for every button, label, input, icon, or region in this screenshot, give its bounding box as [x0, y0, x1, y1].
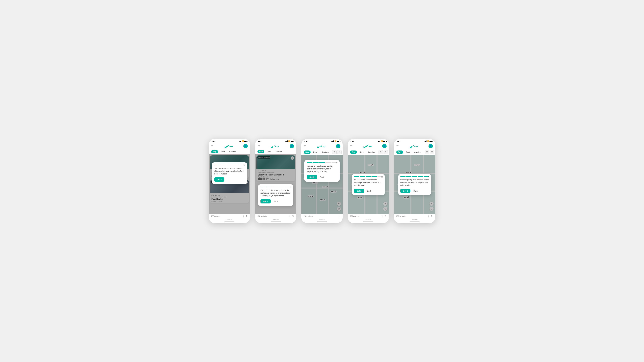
- filter-icon-1[interactable]: ⋮: [242, 215, 244, 218]
- progress-bar-1: [214, 165, 245, 165]
- tooltip-overlay-5: ✕ Please specify your location on the ma…: [394, 155, 435, 214]
- progress-step-5-4: [418, 176, 423, 177]
- progress-step-3-2: [313, 162, 319, 163]
- tab-buy-1[interactable]: Buy: [211, 150, 218, 153]
- phone-1: 9:41 📶 ☰ سكني 👤 Buy Rent Auction: [209, 139, 250, 223]
- map-view-btn-5[interactable]: ☷: [430, 150, 434, 154]
- tab-buy-3[interactable]: Buy: [304, 150, 310, 154]
- got-it-button-1[interactable]: Got it: [214, 177, 224, 182]
- got-it-button-5[interactable]: Got it: [400, 189, 410, 193]
- tab-buy-4[interactable]: Buy: [350, 150, 357, 154]
- home-bar-3: [317, 222, 327, 222]
- filter-icon-4[interactable]: ⋮: [381, 215, 384, 218]
- close-icon-4[interactable]: ✕: [381, 175, 383, 178]
- filter-icon-2[interactable]: ⋮: [289, 215, 291, 218]
- map-view-btn-4[interactable]: ☷: [384, 150, 388, 154]
- list-view-btn-3[interactable]: ☰: [332, 150, 336, 154]
- tab-bar-1: Buy Rent Auction: [209, 149, 250, 154]
- sakani-url-1: sakani.sa: [209, 218, 250, 220]
- signal-icon-5: [424, 140, 426, 142]
- progress-step-4-2: [360, 176, 365, 177]
- status-icons-1: 📶: [239, 140, 247, 142]
- menu-icon-2[interactable]: ☰: [258, 145, 260, 148]
- menu-icon-3[interactable]: ☰: [304, 145, 306, 148]
- battery-icon-3: [337, 141, 340, 142]
- view-toggle-4: ☰ ☷: [378, 150, 388, 154]
- progress-bar-3: [307, 162, 337, 163]
- tab-rent-1[interactable]: Rent: [219, 150, 226, 153]
- progress-step-4-3: [366, 176, 371, 177]
- close-icon-2[interactable]: ✕: [290, 186, 292, 188]
- logo-1: سكني: [224, 144, 233, 148]
- close-icon-1[interactable]: ✕: [243, 164, 245, 166]
- avatar-2[interactable]: 👤: [290, 144, 294, 148]
- tab-rent-5[interactable]: Rent: [404, 150, 412, 154]
- tab-rent-3[interactable]: Rent: [312, 150, 319, 154]
- progress-step-1-4: [233, 165, 238, 165]
- status-bar-1: 9:41 📶: [209, 139, 250, 143]
- time-3: 9:41: [304, 140, 308, 142]
- map-view-btn-3[interactable]: ☷: [337, 150, 342, 154]
- status-bar-3: 9:41 📶: [301, 139, 343, 143]
- back-button-3[interactable]: Back: [318, 175, 326, 179]
- progress-step-5-2: [406, 176, 412, 177]
- wifi-icon-4: 📶: [381, 140, 383, 142]
- tooltip-text-2: Filtering the displayed results in the r…: [260, 189, 291, 197]
- avatar-4[interactable]: 👤: [382, 144, 386, 148]
- signal-icon-1: [239, 140, 241, 142]
- avatar-5[interactable]: 👤: [428, 144, 433, 148]
- tab-auction-3[interactable]: Auction: [320, 150, 330, 154]
- avatar-3[interactable]: 👤: [336, 144, 340, 148]
- footer-actions-2: ⋮ ⇅: [289, 215, 294, 218]
- close-icon-5[interactable]: ✕: [427, 175, 429, 178]
- logo-2: سكني: [270, 144, 279, 148]
- progress-step-3-4: [325, 162, 331, 163]
- got-it-button-3[interactable]: Got it: [307, 175, 317, 179]
- tab-buy-5[interactable]: Buy: [396, 150, 403, 154]
- tab-rent-4[interactable]: Rent: [358, 150, 365, 154]
- progress-step-2-1: [260, 187, 266, 187]
- sort-icon-4[interactable]: ⇅: [385, 215, 386, 218]
- back-button-4[interactable]: Back: [366, 189, 373, 193]
- back-button-5[interactable]: Back: [412, 189, 419, 193]
- content-1: A Ro... 1,500,000 SAR starting price Las…: [209, 154, 250, 214]
- nav-bar-1: ☰ سكني 👤: [209, 143, 250, 149]
- tooltip-actions-1: Got it: [214, 177, 245, 182]
- sort-icon-2[interactable]: ⇅: [292, 215, 294, 218]
- avatar-1[interactable]: 👤: [243, 144, 248, 148]
- tab-auction-5[interactable]: Auction: [412, 150, 423, 154]
- got-it-button-4[interactable]: Got it: [354, 189, 364, 193]
- progress-step-2-4: [279, 187, 285, 187]
- tab-auction-1[interactable]: Auction: [228, 150, 238, 153]
- list-view-btn-4[interactable]: ☰: [378, 150, 383, 154]
- list-view-btn-5[interactable]: ☰: [425, 150, 429, 154]
- footer-actions-5: ⋮ ⇅: [428, 215, 433, 218]
- progress-bar-4: [354, 176, 383, 177]
- sort-icon-5[interactable]: ⇅: [431, 215, 433, 218]
- menu-icon-4[interactable]: ☰: [350, 145, 352, 148]
- time-5: 9:41: [397, 140, 400, 142]
- progress-step-3-3: [319, 162, 325, 163]
- menu-icon-1[interactable]: ☰: [211, 145, 214, 148]
- tab-auction-2[interactable]: Auction: [274, 150, 284, 153]
- progress-step-2-2: [267, 187, 272, 187]
- home-bar-1: [224, 222, 234, 222]
- tab-rent-2[interactable]: Rent: [265, 150, 273, 153]
- menu-icon-5[interactable]: ☰: [396, 145, 399, 148]
- back-button-2[interactable]: Back: [272, 199, 280, 203]
- map-content-4: ألف 500 ألف 500 ألف 500 ألف 500 ألف 500 …: [348, 155, 389, 214]
- filter-icon-3[interactable]: ⋮: [338, 215, 340, 218]
- tab-auction-4[interactable]: Auction: [366, 150, 376, 154]
- sort-icon-1[interactable]: ⇅: [246, 215, 248, 218]
- status-icons-2: 📶: [285, 140, 294, 142]
- time-1: 9:41: [212, 140, 215, 142]
- tooltip-actions-5: Got it Back: [400, 189, 429, 193]
- filter-icon-5[interactable]: ⋮: [428, 215, 430, 218]
- tab-buy-2[interactable]: Buy: [258, 150, 264, 153]
- tooltip-box-4: ✕ You can draw on the map to identify pr…: [352, 174, 385, 195]
- close-icon-3[interactable]: ✕: [336, 161, 338, 164]
- home-indicator-2: [255, 220, 296, 223]
- got-it-button-2[interactable]: Got it: [260, 199, 271, 203]
- phones-container: 9:41 📶 ☰ سكني 👤 Buy Rent Auction: [202, 132, 442, 230]
- tooltip-box-1: ✕ You can switch between the content of …: [212, 162, 247, 184]
